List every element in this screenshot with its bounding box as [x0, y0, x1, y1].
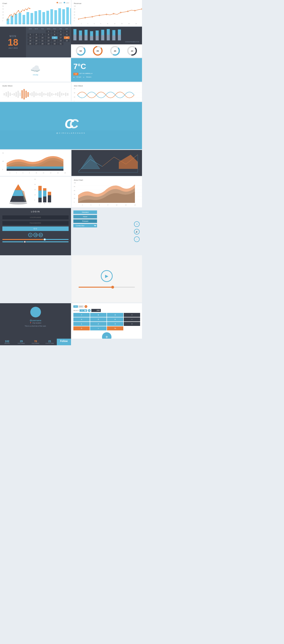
wind-icon: ➤ — [73, 76, 75, 78]
cal-cell-14: 14 — [40, 36, 45, 39]
cal-cell-19: 19 — [28, 40, 33, 42]
calc-btn-2[interactable]: 2 — [90, 322, 106, 326]
svg-rect-7 — [35, 11, 37, 24]
calc-btn-minus[interactable]: − — [124, 318, 140, 322]
svg-rect-81 — [28, 92, 28, 97]
calc-btn-0[interactable]: 0 — [73, 326, 90, 330]
slider-thumb-1[interactable] — [44, 238, 46, 241]
y-axis-1: 50 40 30 20 10 0 — [2, 6, 4, 22]
calc-btn-plus[interactable]: + — [124, 313, 140, 317]
slider-thumb-2[interactable] — [24, 241, 26, 243]
calc-btn-percent[interactable]: % — [107, 326, 123, 330]
standard-button[interactable]: Standard — [73, 210, 97, 214]
cal-cell-1: 1 — [46, 30, 51, 33]
row-profile-calc: @username 📍 City location This is a shor… — [0, 303, 142, 345]
calc-btn-7[interactable]: 7 — [73, 313, 90, 317]
wave-3d-svg — [7, 152, 71, 171]
password-input[interactable] — [2, 221, 69, 225]
svg-rect-75 — [16, 92, 17, 97]
area-chart-svg — [78, 182, 142, 203]
forward-icon: ▶▶ — [40, 234, 42, 236]
toggle-on-btn[interactable]: ON — [73, 305, 78, 308]
cal-cell-6: 6 — [34, 33, 39, 36]
bar-chart-svg — [7, 6, 71, 24]
pressed-button[interactable]: Pressed — [73, 220, 97, 223]
play-button[interactable]: ▶ — [28, 233, 32, 237]
video-progress-fill — [79, 287, 112, 288]
hover-button[interactable]: Hover — [73, 215, 97, 218]
pause-round-button[interactable]: ⏸ — [134, 221, 140, 227]
video-thumb[interactable] — [111, 286, 114, 288]
sine-wave-panel: Sine Wave 60 40 20 0 — [71, 82, 142, 101]
svg-rect-8 — [38, 10, 41, 24]
calc-btn-1[interactable]: 1 — [73, 322, 90, 326]
calc-select-row: SELECT ▼ 20 — [73, 309, 140, 312]
number-display[interactable] — [91, 309, 101, 312]
slider-fill-2 — [2, 241, 26, 242]
cal-cell-29: 29 — [46, 42, 51, 45]
cal-cell-17: 17 — [58, 36, 64, 39]
calc-select[interactable]: ▼ — [80, 309, 87, 312]
play-circle-button[interactable]: ▶ — [101, 270, 113, 282]
stacked-bar-c-bot — [48, 195, 51, 202]
volume-round-button[interactable]: 🔊 — [134, 229, 140, 234]
toggle-group: ON OFF — [73, 305, 84, 308]
calc-btn-6[interactable]: 6 — [107, 318, 123, 322]
svg-point-23 — [24, 10, 25, 11]
cal-cell-4: 4 — [64, 30, 70, 33]
audio-wave-panel: Audio Wave — [0, 82, 71, 101]
svg-rect-10 — [46, 11, 49, 24]
cal-cell-13: 13 — [34, 36, 39, 39]
row-audio-sine: Audio Wave — [0, 82, 142, 101]
calc-btn-9[interactable]: 9 — [107, 313, 123, 317]
svg-rect-91 — [47, 92, 48, 96]
cal-cell-11: 11 — [64, 33, 70, 36]
area-3d-panel — [71, 150, 142, 176]
forward-button[interactable]: ▶▶ — [39, 233, 43, 237]
big-plus-button[interactable]: + — [102, 332, 111, 339]
calc-btn-equals[interactable]: = — [90, 326, 106, 330]
stacked-bars-group: A B C — [38, 186, 51, 204]
svg-text:50: 50 — [80, 50, 82, 52]
cal-row-1: 1 2 3 4 — [28, 30, 70, 33]
stat-updates-num: 102 — [1, 340, 13, 343]
sine-y-axis: 60 40 20 0 — [74, 88, 75, 101]
donut-50-svg: 50 — [75, 46, 86, 56]
stacked-bar-a: A — [38, 186, 42, 204]
svg-point-32 — [120, 12, 121, 13]
svg-point-33 — [127, 11, 128, 12]
calc-btn-multiply[interactable]: × — [124, 322, 140, 326]
calc-btn-4[interactable]: 4 — [73, 318, 90, 322]
svg-rect-53 — [118, 35, 121, 40]
donut-50: 50 — [75, 46, 86, 56]
svg-rect-87 — [40, 93, 41, 96]
toggle-off-btn[interactable]: OFF — [78, 305, 84, 308]
cloudy-text: cloudy — [33, 74, 38, 76]
temperature-display: 7°C — [73, 62, 140, 71]
cal-cell-empty3 — [40, 30, 45, 33]
svg-rect-100 — [65, 92, 66, 96]
wind-speed: 10 mph — [76, 76, 81, 78]
username-input[interactable] — [2, 216, 69, 220]
music-round-button[interactable]: ♪ — [134, 236, 140, 242]
svg-rect-47 — [101, 35, 104, 40]
cal-cell-18-orange: 18 — [64, 36, 70, 39]
go-button[interactable]: GO — [2, 226, 69, 231]
calendar-header-row: SUN MON TUE WED THU FRI SAT — [28, 28, 70, 30]
stat-followers-label: FOLLOWERS — [30, 343, 41, 344]
pyramid-area — [2, 178, 34, 206]
calc-btn-3[interactable]: 3 — [107, 322, 123, 326]
calc-btn-8[interactable]: 8 — [90, 313, 106, 317]
badge-20: 20 — [88, 309, 91, 312]
svg-rect-45 — [96, 36, 99, 40]
wind-direction: Western — [86, 76, 91, 78]
calc-btn-5[interactable]: 5 — [90, 318, 106, 322]
combo-box[interactable]: Combo Box — [73, 224, 97, 228]
weather-info-row: ➤ 10 mph ⊙ Western — [73, 76, 140, 78]
slider-track-1 — [2, 239, 69, 240]
area-y-axis: 100 80 60 40 20 0 — [74, 182, 76, 203]
rewind-button[interactable]: ◀◀ — [33, 233, 38, 237]
stacked-label-b: B — [44, 203, 45, 204]
stat-follow-btn[interactable]: Follow — [57, 339, 71, 345]
slider-track-2 — [2, 241, 69, 242]
